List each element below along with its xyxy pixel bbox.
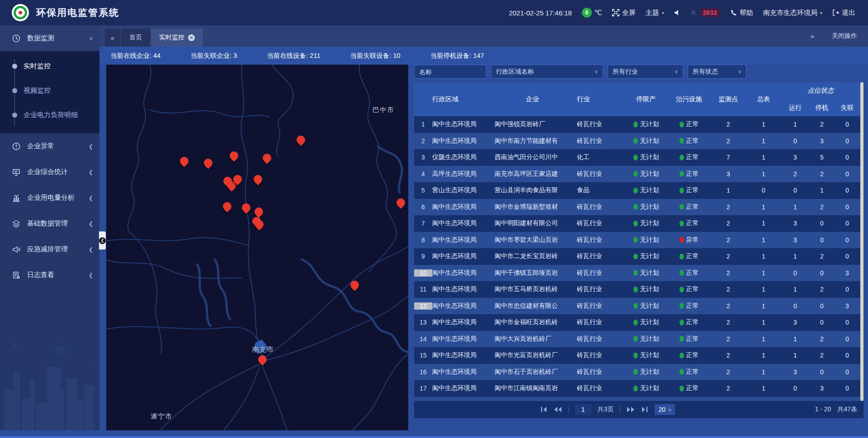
col-total-meters: 总表 bbox=[746, 82, 781, 116]
cell-total-meters: 1 bbox=[746, 302, 781, 310]
close-icon[interactable]: ✕ bbox=[188, 34, 195, 41]
status-dot-icon bbox=[679, 254, 684, 259]
cell-company: 阆中市金福旺页岩机砖 bbox=[488, 318, 577, 326]
page-number-input[interactable]: 1 bbox=[575, 404, 591, 415]
table-row-17[interactable]: 17阆中生态环境局阆中市江南镇阆南页岩砖瓦行业无计划正常21030 bbox=[414, 380, 863, 397]
status-dot-icon bbox=[679, 287, 684, 292]
table-row-7[interactable]: 7阆中生态环境局阆中明阳建材有限公司砖瓦行业无计划正常21300 bbox=[414, 215, 863, 232]
last-page-button[interactable] bbox=[641, 406, 648, 413]
next-page-button[interactable] bbox=[627, 406, 635, 413]
cell-region: 高坪生态环境局 bbox=[432, 170, 488, 178]
mute-button[interactable] bbox=[674, 9, 680, 16]
tabs-scroll-right-button[interactable]: » bbox=[805, 27, 820, 45]
cell-monitor-points: 2 bbox=[711, 319, 746, 326]
cell-monitor-points: 2 bbox=[711, 352, 746, 359]
cell-offline: 0 bbox=[835, 121, 860, 128]
tab-首页[interactable]: 首页 bbox=[121, 28, 150, 47]
user-org-menu[interactable]: 南充市生态环境局▾ bbox=[763, 9, 822, 17]
sidebar-section-企业异常[interactable]: 企业异常❮ bbox=[0, 133, 99, 159]
table-scrollbar[interactable] bbox=[860, 82, 863, 401]
cell-production-limit: 无计划 bbox=[625, 269, 667, 277]
name-filter-field[interactable] bbox=[414, 65, 486, 79]
previous-page-button[interactable] bbox=[554, 406, 562, 413]
cell-total-meters: 1 bbox=[746, 121, 781, 128]
fullscreen-button[interactable]: 全屏 bbox=[612, 9, 636, 17]
map-panel[interactable]: 巴中市南充市遂宁市 bbox=[106, 65, 408, 430]
row-index: 15 bbox=[414, 352, 432, 359]
first-page-button[interactable] bbox=[540, 406, 547, 413]
help-button[interactable]: 帮助 bbox=[731, 9, 753, 17]
cell-production-limit: 无计划 bbox=[625, 219, 667, 227]
sidebar-section-日志查看[interactable]: 日志查看❮ bbox=[0, 262, 99, 288]
cell-region: 阆中生态环境局 bbox=[432, 335, 488, 343]
table-row-2[interactable]: 2阆中生态环境局阆中市南方节能建材有砖瓦行业无计划正常21030 bbox=[414, 133, 863, 150]
page-size-select[interactable]: 20 ∨ bbox=[655, 404, 675, 415]
sidebar-section-企业用电量分析[interactable]: 企业用电量分析❮ bbox=[0, 185, 99, 211]
stats-bar: 当前在线企业: 44当前失联企业: 3当前在线设备: 211当前失联设备: 10… bbox=[99, 47, 868, 65]
table-row-11[interactable]: 11阆中生态环境局阆中市五马桥页岩机砖砖瓦行业无计划正常21120 bbox=[414, 281, 863, 298]
industry-filter-select[interactable]: 所有行业 ∨ bbox=[608, 65, 683, 79]
sidebar-section-基础数据管理[interactable]: 基础数据管理❮ bbox=[0, 211, 99, 236]
table-row-15[interactable]: 15阆中生态环境局阆中市光富页岩机砖厂砖瓦行业无计划正常21120 bbox=[414, 347, 863, 364]
cell-total-meters: 0 bbox=[746, 187, 781, 194]
row-index: 17 bbox=[414, 385, 432, 392]
cell-industry: 砖瓦行业 bbox=[577, 137, 625, 145]
city-label-遂宁市: 遂宁市 bbox=[151, 412, 172, 421]
chevron-down-icon: ∨ bbox=[668, 407, 671, 412]
status-dot-icon bbox=[679, 320, 684, 325]
table-row-8[interactable]: 8阆中生态环境局阆中市枣碧大梁山页岩砖瓦行业无计划异常21300 bbox=[414, 232, 863, 249]
table-row-14[interactable]: 14阆中生态环境局阆中大兴页岩机砖厂砖瓦行业无计划正常21120 bbox=[414, 331, 863, 348]
cell-region: 阆中生态环境局 bbox=[432, 219, 488, 227]
tab-label: 首页 bbox=[129, 33, 142, 42]
theme-menu[interactable]: 主题▾ bbox=[646, 9, 664, 17]
logout-button[interactable]: 退出 bbox=[832, 9, 855, 17]
region-filter-select[interactable]: 行政区域名称 ∨ bbox=[491, 65, 603, 79]
row-index: 4 bbox=[414, 170, 432, 178]
cell-production-limit: 无计划 bbox=[625, 137, 667, 145]
table-row-3[interactable]: 3仪陇生态环境局西南油气田分公司川中化工无计划正常71350 bbox=[414, 149, 863, 166]
cell-total-meters: 1 bbox=[746, 335, 781, 343]
table-row-4[interactable]: 4高坪生态环境局南充市高坪区王家店建砖瓦行业无计划正常31220 bbox=[414, 166, 863, 183]
table-row-10[interactable]: 10阆中生态环境局阆中千佛镇五郎垭页岩砖瓦行业无计划正常21003 bbox=[414, 265, 863, 282]
cell-pollution-facility: 正常 bbox=[667, 252, 711, 260]
sidebar-section-企业综合统计[interactable]: 企业综合统计❮ bbox=[0, 159, 99, 185]
close-operations-menu[interactable]: 关闭操作 bbox=[832, 32, 857, 40]
status-dot-icon bbox=[633, 336, 638, 342]
col-group-point-status: 点位状态 bbox=[781, 82, 860, 99]
table-row-5[interactable]: 5营山生态环境局营山县润丰肉食品有限食品无计划正常10010 bbox=[414, 182, 863, 199]
sidebar-collapse-handle[interactable]: ❮ bbox=[99, 231, 106, 250]
bell-icon bbox=[690, 9, 697, 16]
cell-industry: 砖瓦行业 bbox=[577, 368, 625, 376]
sidebar-item-企业电力负荷明细[interactable]: 企业电力负荷明细 bbox=[0, 103, 99, 127]
row-index: 3 bbox=[414, 154, 432, 161]
tabs-scroll-left-button[interactable]: « bbox=[105, 28, 120, 47]
status-dot-icon bbox=[633, 204, 638, 210]
tab-实时监控[interactable]: 实时监控✕ bbox=[151, 28, 203, 47]
table-row-13[interactable]: 13阆中生态环境局阆中市金福旺页岩机砖砖瓦行业无计划正常21300 bbox=[414, 314, 863, 331]
cell-industry: 砖瓦行业 bbox=[577, 203, 625, 211]
table-row-16[interactable]: 16阆中生态环境局阆中市石子页岩机砖厂砖瓦行业无计划正常21300 bbox=[414, 364, 863, 381]
cell-total-meters: 1 bbox=[746, 385, 781, 392]
row-index: 10 bbox=[414, 269, 432, 277]
sidebar-section-数据监测[interactable]: 数据监测∨ bbox=[0, 25, 99, 51]
chevron-left-icon: ❮ bbox=[89, 272, 93, 278]
sidebar-nav: 数据监测∨实时监控视频监控企业电力负荷明细企业异常❮企业综合统计❮企业用电量分析… bbox=[0, 25, 99, 430]
cell-industry: 化工 bbox=[577, 153, 625, 161]
table-row-6[interactable]: 6阆中生态环境局阆中市金博瑞新型墙材砖瓦行业无计划正常21120 bbox=[414, 199, 863, 216]
sidebar-item-实时监控[interactable]: 实时监控 bbox=[0, 54, 99, 78]
table-row-1[interactable]: 1阆中生态环境局阆中强锐页岩砖厂砖瓦行业无计划正常21120 bbox=[414, 116, 863, 133]
cell-pollution-facility: 正常 bbox=[667, 203, 711, 211]
table-row-9[interactable]: 9阆中生态环境局阆中市二龙长宝页岩砖砖瓦行业无计划正常21120 bbox=[414, 248, 863, 265]
table-row-12[interactable]: 12阆中生态环境局阆中市忠信建材有限公砖瓦行业无计划正常21003 bbox=[414, 298, 863, 315]
cell-offline: 0 bbox=[835, 385, 860, 392]
row-range-label: 1 - 20 bbox=[815, 405, 831, 414]
cell-stopped: 1 bbox=[809, 187, 835, 194]
table-row-18[interactable]: 18南部生态环境局南部县双佳山河有限公建材加工无计划正常50050 bbox=[414, 397, 863, 401]
status-dot-icon bbox=[633, 386, 638, 391]
name-filter-input[interactable] bbox=[419, 68, 481, 75]
sidebar-item-视频监控[interactable]: 视频监控 bbox=[0, 78, 99, 103]
cell-pollution-facility: 异常 bbox=[667, 236, 711, 244]
notifications[interactable]: 2632 bbox=[690, 8, 721, 17]
status-filter-select[interactable]: 所有状态 ∨ bbox=[688, 65, 746, 79]
sidebar-section-应急减排管理[interactable]: 应急减排管理❮ bbox=[0, 236, 99, 262]
